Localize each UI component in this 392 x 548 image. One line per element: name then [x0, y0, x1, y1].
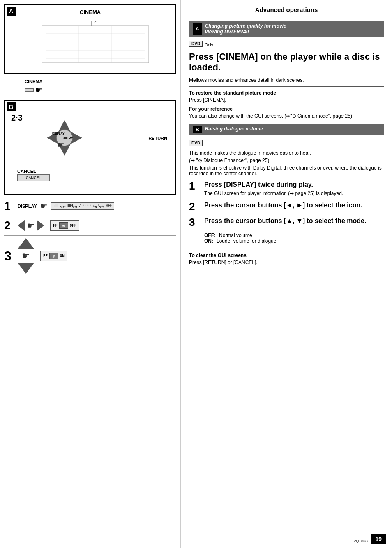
- hand-icon-step2: ☛: [27, 221, 35, 230]
- reference-text: You can also change with the GUI screens…: [189, 113, 384, 119]
- right-step1-title: Press [DISPLAY] twice during play.: [204, 181, 384, 189]
- main-instruction: Press [CINEMA] on the player while a dis…: [189, 51, 384, 73]
- step2-num: 2: [4, 219, 14, 232]
- icon-text-step2: ⊕: [62, 223, 65, 228]
- banner-b-title: Raising dialogue volume: [205, 126, 263, 133]
- on-desc: Louder volume for dialogue: [217, 238, 276, 244]
- section-b-diagram: B: [4, 100, 176, 195]
- off-text-step2: OFF: [70, 223, 76, 228]
- step3-display: FF ⊕ ON: [40, 251, 67, 261]
- reference-heading: For your reference: [189, 106, 384, 112]
- hand-icon-b: ☛: [57, 140, 65, 150]
- right-step-3: 3 Press the cursor buttons [▲, ▼] to sel…: [189, 217, 384, 228]
- right-step3-title: Press the cursor buttons [▲, ▼] to selec…: [204, 217, 384, 225]
- cancel-area: CANCEL CANCEL: [17, 169, 50, 181]
- banner-a-badge: A: [193, 23, 202, 35]
- cinema-top-label: CINEMA: [5, 9, 175, 15]
- on-item: ON: Louder volume for dialogue: [204, 238, 384, 244]
- arrow-pair-step2: ☛: [18, 220, 44, 231]
- dvd-badge-b: DVD: [189, 140, 203, 146]
- section-a-diagram: A CINEMA ↗: [4, 4, 176, 74]
- sep2: [4, 235, 176, 236]
- right-step2-title: Press the cursor buttons [◄, ►] to selec…: [204, 201, 384, 210]
- page-header: Advanced operations: [189, 6, 384, 16]
- cinema-description: Mellows movies and enhances detail in da…: [189, 77, 384, 83]
- clear-heading: To clear the GUI screens: [189, 253, 384, 258]
- right-step-2: 2 Press the cursor buttons [◄, ►] to sel…: [189, 201, 384, 212]
- right-step2-num: 2: [189, 201, 199, 212]
- off-item: OFF: Normal volume: [204, 232, 384, 238]
- divider-a: [189, 86, 384, 87]
- icon-box-step2: ⊕: [59, 222, 68, 229]
- section-b-banner: B Raising dialogue volume: [189, 124, 384, 135]
- cancel-label: CANCEL: [17, 169, 50, 174]
- step3-num: 3: [4, 248, 14, 264]
- sep1: [4, 216, 176, 216]
- b-desc3: This function is effective with Dolby Di…: [189, 165, 384, 176]
- cancel-btn: CANCEL: [17, 174, 50, 181]
- step1-num: 1: [4, 200, 14, 213]
- svg-text:↗: ↗: [93, 20, 97, 24]
- svg-rect-0: [42, 26, 149, 63]
- off-label: OFF:: [204, 232, 216, 238]
- right-step3-num: 3: [189, 217, 199, 228]
- restore-text: Press [CINEMA].: [189, 97, 384, 103]
- clear-note: To clear the GUI screens Press [RETURN] …: [189, 253, 384, 265]
- cinema-button-label: CINEMA: [25, 79, 43, 84]
- vqt-label: VQT8633: [353, 539, 369, 543]
- cinema-button-area: CINEMA ☛: [25, 79, 176, 95]
- dvd-badge-a: DVD: [189, 41, 203, 47]
- updown-btn-step3: ☛: [18, 238, 34, 274]
- divider-b: [189, 248, 384, 248]
- section-a-banner: A Changing picture quality for movie vie…: [189, 21, 384, 37]
- left-arrow: [18, 220, 25, 231]
- num-23-label: 2·3: [11, 113, 169, 123]
- down-triangle: [18, 263, 34, 274]
- cinema-button-rect: [25, 88, 34, 92]
- b-desc1: This mode makes the dialogue in movies e…: [189, 150, 384, 156]
- banner-a-title2: viewing DVD-RV40: [205, 29, 286, 35]
- b-desc2: (➡ "⊙ Dialogue Enhancer", page 25): [189, 158, 384, 163]
- on-label: ON:: [204, 238, 213, 244]
- left-step-2: 2 ☛ FF ⊕ OFF: [4, 219, 176, 232]
- left-panel: A CINEMA ↗ CINEMA ☛: [0, 0, 181, 548]
- ff-label-step3: FF: [43, 254, 48, 258]
- step2-display: FF ⊕ OFF: [50, 220, 79, 231]
- display-label-dpad: DISPLAY: [52, 132, 65, 135]
- dvd-extra-a: Only: [205, 43, 213, 47]
- up-triangle: [18, 238, 34, 249]
- restore-heading: To restore the standard picture mode: [189, 90, 384, 96]
- off-on-section: OFF: Normal volume ON: Louder volume for…: [204, 232, 384, 244]
- return-label: RETURN: [148, 136, 167, 141]
- ff-label-step2: FF: [53, 223, 58, 228]
- right-step-1: 1 Press [DISPLAY] twice during play. The…: [189, 181, 384, 196]
- left-step-1: 1 DISPLAY ☛ ⬜ Coff ⬛4off ♪ ····· ☐N Coff…: [4, 200, 176, 213]
- section-a-svg: ↗: [17, 17, 173, 71]
- step1-display-label: DISPLAY: [18, 204, 37, 209]
- banner-b-badge: B: [193, 126, 202, 133]
- icon-box-step3: ⊕: [49, 253, 58, 259]
- section-a-label: A: [7, 7, 16, 16]
- step1-display-screen: ⬜ Coff ⬛4off ♪ ····· ☐N Coff ⊕⊕⊕: [51, 202, 114, 210]
- page-number: 19: [371, 534, 386, 544]
- right-step1-num: 1: [189, 181, 199, 191]
- hand-icon-step3: ☛: [22, 251, 30, 261]
- right-step1-desc: The GUI screen for player information (➡…: [204, 190, 384, 196]
- right-panel: Advanced operations A Changing picture q…: [181, 0, 392, 548]
- icon-text-step3: ⊕: [53, 254, 55, 258]
- on-text-step3: ON: [60, 254, 65, 258]
- off-desc: Normal volume: [219, 232, 252, 238]
- right-arrow: [37, 220, 44, 231]
- hand-icon-step1: ☛: [40, 201, 48, 211]
- left-step-3: 3 ☛ FF ⊕ ON: [4, 238, 176, 274]
- setup-label-dpad: SETUP: [63, 136, 73, 139]
- banner-a-title1: Changing picture quality for movie: [205, 23, 286, 29]
- clear-text: Press [RETURN] or [CANCEL].: [189, 260, 384, 265]
- hand-icon-cinema: ☛: [35, 85, 43, 95]
